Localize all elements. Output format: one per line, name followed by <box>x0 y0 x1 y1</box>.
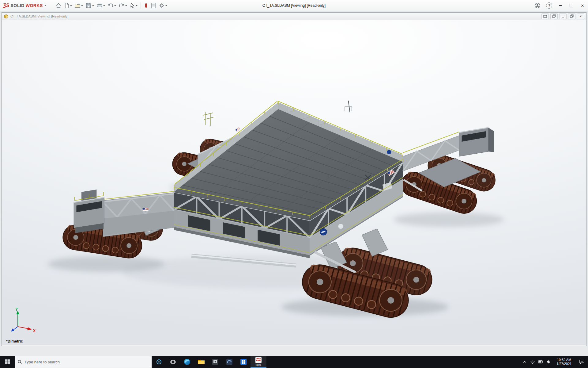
save-button[interactable] <box>85 2 95 10</box>
dropdown-caret-icon[interactable] <box>103 5 105 7</box>
us-flag-decal <box>235 127 240 132</box>
brand-text-solid: SOLID <box>10 3 24 8</box>
file-explorer-button[interactable] <box>194 356 208 368</box>
pinned-app-icon-3 <box>240 358 247 366</box>
edge-browser-button[interactable] <box>180 356 194 368</box>
pinned-app-button-3[interactable] <box>236 356 251 368</box>
doc-minimize-button[interactable] <box>559 13 567 19</box>
open-button[interactable] <box>74 2 84 10</box>
battery-icon <box>538 360 543 364</box>
dropdown-caret-icon[interactable] <box>125 5 127 7</box>
volume-button[interactable] <box>545 356 552 368</box>
undo-button[interactable] <box>107 2 117 10</box>
dropdown-caret-icon[interactable] <box>165 5 167 7</box>
assembly-document-icon <box>4 14 9 19</box>
pinned-app-button-1[interactable] <box>208 356 222 368</box>
cascade-windows-button[interactable] <box>550 13 558 19</box>
minimize-icon <box>559 5 562 6</box>
triad-y-label: Y <box>15 307 18 312</box>
notification-icon <box>579 359 585 364</box>
viewport-canvas[interactable]: Y X *Dimetric <box>2 20 586 345</box>
pinned-app-button-2[interactable] <box>222 356 236 368</box>
us-flag-decal <box>142 208 149 211</box>
select-cursor-icon <box>130 2 135 9</box>
wifi-icon <box>530 360 535 364</box>
document-window-controls: ✕ <box>541 13 584 19</box>
properties-sheet-button[interactable] <box>150 2 157 10</box>
action-center-button[interactable] <box>576 356 588 368</box>
maximize-icon <box>570 4 573 7</box>
battery-button[interactable] <box>537 356 545 368</box>
hidden-icons-button[interactable] <box>521 356 529 368</box>
user-account-icon <box>534 2 541 9</box>
solidworks-logo[interactable]: ƷS SOLID WORKS <box>0 3 50 8</box>
task-view-button[interactable] <box>166 356 180 368</box>
system-tray: 10:52 AM 1/27/2021 <box>521 356 588 368</box>
screen: ƷS SOLID WORKS <box>0 0 588 368</box>
file-explorer-icon <box>198 359 205 365</box>
help-button[interactable]: ? <box>543 0 555 11</box>
save-icon <box>85 2 92 9</box>
speaker-icon <box>546 360 551 364</box>
pinned-app-icon-2 <box>226 358 233 366</box>
redo-icon <box>119 2 125 9</box>
options-gear-icon <box>159 2 165 9</box>
close-icon: ✕ <box>581 3 584 8</box>
home-icon <box>55 2 62 9</box>
doc-close-button[interactable]: ✕ <box>577 13 584 19</box>
new-window-button[interactable] <box>541 13 549 19</box>
start-button[interactable] <box>0 356 15 368</box>
document-title: CT_TA.SLDASM [Viewing] [Read-only] <box>10 14 68 18</box>
clock-time: 10:52 AM <box>552 358 576 362</box>
home-button[interactable] <box>55 2 62 10</box>
app-window-controls: ? ✕ <box>532 0 588 11</box>
quick-access-toolbar <box>55 2 168 10</box>
sign-in-button[interactable] <box>532 0 543 11</box>
cascade-windows-icon <box>552 14 556 18</box>
taskbar-search[interactable] <box>15 356 152 368</box>
new-document-icon <box>64 2 70 9</box>
red-capsule-button[interactable] <box>143 2 149 10</box>
task-view-icon <box>170 359 176 365</box>
dropdown-caret-icon[interactable] <box>114 5 116 7</box>
dropdown-caret-icon[interactable] <box>81 5 83 7</box>
search-input[interactable] <box>24 359 149 365</box>
maximize-button[interactable] <box>566 0 577 11</box>
cortana-button[interactable] <box>152 356 166 368</box>
triad-x-label: X <box>33 329 36 333</box>
crawler-transporter-model <box>2 20 586 345</box>
edge-icon <box>183 358 191 366</box>
open-folder-icon <box>74 2 81 9</box>
minimize-button[interactable] <box>555 0 566 11</box>
redo-button[interactable] <box>118 2 128 10</box>
taskbar-clock[interactable]: 10:52 AM 1/27/2021 <box>552 358 576 366</box>
dropdown-caret-icon[interactable] <box>92 5 94 7</box>
new-document-button[interactable] <box>63 2 73 10</box>
properties-sheet-icon <box>151 2 156 9</box>
new-window-icon <box>543 14 547 18</box>
search-icon <box>17 359 22 364</box>
document-window: CT_TA.SLDASM [Viewing] [Read-only] <box>2 12 586 346</box>
toolbar-separator <box>141 2 141 9</box>
work-area: CT_TA.SLDASM [Viewing] [Read-only] <box>0 11 588 356</box>
brand-text-works: WORKS <box>26 3 43 8</box>
select-tool-button[interactable] <box>129 2 138 10</box>
options-button[interactable] <box>158 2 168 10</box>
solidworks-app-icon <box>255 357 262 363</box>
document-title-bar[interactable]: CT_TA.SLDASM [Viewing] [Read-only] <box>2 13 586 20</box>
dropdown-caret-icon[interactable] <box>136 5 138 7</box>
clock-date: 1/27/2021 <box>552 362 576 366</box>
doc-restore-button[interactable] <box>568 13 575 19</box>
close-button[interactable]: ✕ <box>577 0 588 11</box>
app-title-bar: ƷS SOLID WORKS <box>0 0 588 11</box>
menu-flyout-caret-icon[interactable] <box>45 4 47 7</box>
solidworks-app-button[interactable]: 2021 <box>251 356 266 368</box>
print-button[interactable] <box>96 2 106 10</box>
dropdown-caret-icon[interactable] <box>70 5 72 7</box>
network-button[interactable] <box>529 356 537 368</box>
nasa-logo-decal <box>387 150 391 154</box>
window-minimize-icon <box>561 14 565 18</box>
help-icon: ? <box>546 2 552 9</box>
red-capsule-icon <box>144 2 148 9</box>
window-close-icon: ✕ <box>579 15 582 18</box>
